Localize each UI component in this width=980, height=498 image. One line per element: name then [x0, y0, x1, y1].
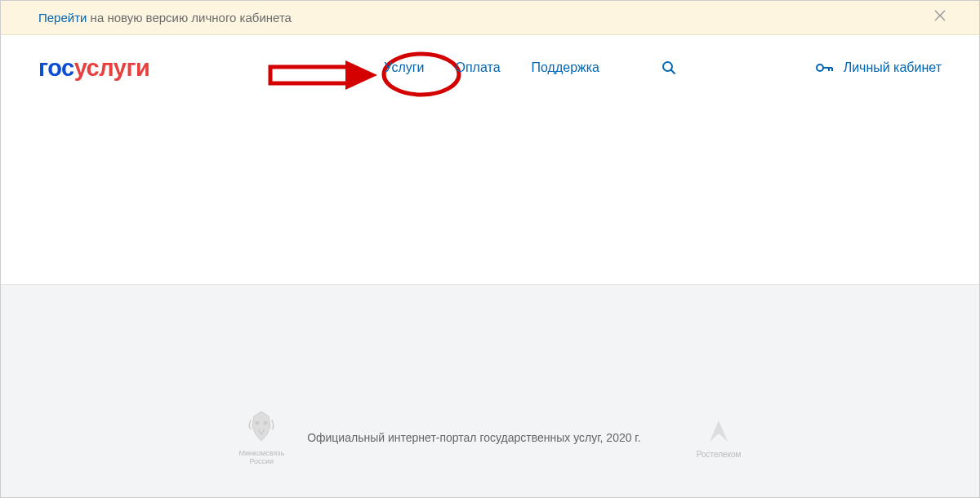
account-link[interactable]: Личный кабинет [816, 60, 942, 75]
ministry-label-1: Минкомсвязь [239, 449, 285, 457]
nav-services[interactable]: Услуги [384, 60, 424, 75]
svg-marker-9 [345, 60, 377, 90]
logo[interactable]: госуслуги [38, 55, 149, 82]
close-icon[interactable] [933, 9, 947, 26]
svg-line-3 [671, 70, 675, 73]
rostelekom-icon [708, 417, 729, 447]
nav-support[interactable]: Поддержка [532, 60, 599, 75]
key-icon [816, 62, 834, 73]
logo-uslugi: услуги [74, 55, 150, 81]
svg-point-11 [256, 421, 260, 425]
footer-text: Официальный интернет-портал государствен… [307, 431, 641, 444]
rostelekom-logo: Ростелеком [697, 417, 742, 459]
logo-gos: гос [38, 55, 74, 81]
banner-rest-text: на новую версию личного кабинета [87, 11, 292, 24]
svg-point-12 [264, 421, 268, 425]
header: госуслуги Услуги Оплата Поддержка Личный… [1, 35, 979, 100]
annotation-circle [381, 51, 462, 101]
svg-rect-8 [270, 67, 348, 83]
coat-of-arms-icon [246, 410, 277, 446]
ministry-label-2: России [249, 457, 274, 465]
nav-payment[interactable]: Оплата [455, 60, 500, 75]
footer: Минкомсвязь России Официальный интернет-… [1, 296, 979, 497]
banner-text[interactable]: Перейти на новую версию личного кабинета [38, 11, 292, 24]
svg-point-4 [817, 64, 823, 71]
footer-divider [1, 284, 979, 296]
rostelekom-label: Ростелеком [697, 450, 742, 459]
main-content [1, 100, 979, 284]
search-icon[interactable] [662, 60, 676, 75]
notification-banner: Перейти на новую версию личного кабинета [1, 1, 979, 35]
ministry-logo: Минкомсвязь России [239, 410, 285, 465]
account-label: Личный кабинет [844, 60, 942, 75]
banner-link[interactable]: Перейти [38, 11, 87, 24]
annotation-arrow [268, 60, 377, 93]
